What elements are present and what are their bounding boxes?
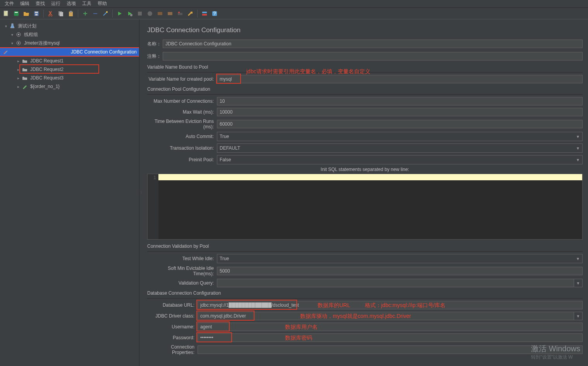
tree-jdbc-req3[interactable]: ▸ JDBC Request3 xyxy=(0,74,139,82)
tree-label: JDBC Request2 xyxy=(30,67,64,72)
tree-test-plan[interactable]: ▾ 测试计划 xyxy=(0,22,139,30)
expander-icon[interactable]: ▾ xyxy=(10,41,14,45)
template-icon[interactable] xyxy=(12,10,20,17)
clear-icon[interactable] xyxy=(176,10,184,17)
config-icon xyxy=(2,49,9,55)
password-input[interactable] xyxy=(198,333,583,342)
preinit-label: Preinit Pool: xyxy=(147,157,217,162)
plus-icon[interactable] xyxy=(81,10,89,17)
section-db-conn: Database Connection Configuration xyxy=(147,290,583,296)
tree-jmeter-mysql[interactable]: ▾ Jmeter连接mysql xyxy=(0,39,139,47)
annotation-password: 数据库密码 xyxy=(285,335,312,342)
conn-props-input[interactable] xyxy=(198,345,583,354)
auto-commit-label: Auto Commit: xyxy=(147,134,217,139)
clear-all-icon[interactable] xyxy=(186,10,194,17)
svg-rect-11 xyxy=(70,11,72,12)
init-sql-editor[interactable]: 1 xyxy=(147,174,583,240)
tree-label: 测试计划 xyxy=(18,23,36,29)
remote-start-icon[interactable] xyxy=(156,10,164,17)
evict-input[interactable] xyxy=(217,120,583,128)
minus-icon[interactable] xyxy=(91,10,99,17)
menu-tools[interactable]: 工具 xyxy=(79,0,95,8)
svg-point-26 xyxy=(18,34,19,35)
shutdown-icon[interactable] xyxy=(146,10,154,17)
svg-point-28 xyxy=(18,42,19,44)
tree-jdbc-req2[interactable]: ▸ JDBC Request2 xyxy=(0,65,139,74)
expander-icon[interactable]: ▾ xyxy=(4,24,8,28)
editor-area[interactable] xyxy=(158,174,582,239)
expander-icon[interactable]: ▾ xyxy=(10,33,14,37)
annotation-db-url: 数据库的URL xyxy=(318,302,350,309)
auto-commit-select[interactable]: True▼ xyxy=(217,132,583,141)
expander-icon[interactable]: ▸ xyxy=(16,85,20,89)
menu-help[interactable]: 帮助 xyxy=(95,0,110,8)
gear-icon xyxy=(15,31,22,38)
soft-min-input[interactable] xyxy=(217,267,583,275)
tx-iso-select[interactable]: DEFAULT▼ xyxy=(217,143,583,153)
cut-icon[interactable] xyxy=(47,10,55,17)
var-pool-label: Variable Name for created pool: xyxy=(147,76,217,82)
svg-rect-5 xyxy=(35,14,38,16)
driver-dropdown[interactable]: ▼ xyxy=(574,312,583,320)
new-icon[interactable] xyxy=(2,10,10,17)
init-sql-label: Init SQL statements separated by new lin… xyxy=(147,167,583,172)
chevron-down-icon: ▼ xyxy=(576,146,580,150)
svg-rect-2 xyxy=(15,12,18,13)
open-icon[interactable] xyxy=(22,10,30,17)
svg-rect-22 xyxy=(202,14,207,16)
run-icon[interactable] xyxy=(116,10,124,17)
expander-icon[interactable]: ▸ xyxy=(16,76,20,80)
chevron-down-icon: ▼ xyxy=(576,281,580,285)
menu-run[interactable]: 运行 xyxy=(48,0,64,8)
flask-icon xyxy=(9,23,15,29)
section-conn-pool: Connection Pool Configuration xyxy=(147,86,583,92)
preinit-select[interactable]: False▼ xyxy=(217,155,583,164)
stop-icon[interactable] xyxy=(136,10,144,17)
var-pool-input[interactable] xyxy=(217,75,583,83)
tx-iso-label: Transaction Isolation: xyxy=(147,145,217,151)
editor-gutter: 1 xyxy=(148,174,158,239)
max-wait-input[interactable] xyxy=(217,108,583,116)
username-input[interactable] xyxy=(198,323,583,331)
remote-stop-icon[interactable] xyxy=(166,10,174,17)
watermark-title: 激活 Windows xyxy=(531,344,580,354)
content-panel: JDBC Connection Configuration 名称： 注释： Va… xyxy=(142,19,588,366)
tree-label: JDBC Request1 xyxy=(30,58,64,64)
chevron-down-icon: ▼ xyxy=(576,158,580,162)
name-input[interactable] xyxy=(163,40,583,48)
folder-icon xyxy=(22,66,28,73)
db-url-label: Database URL: xyxy=(147,302,198,308)
max-wait-label: Max Wait (ms): xyxy=(147,109,217,115)
copy-icon[interactable] xyxy=(57,10,65,17)
val-query-input[interactable] xyxy=(217,279,574,287)
svg-rect-9 xyxy=(60,12,63,16)
tree-order-var[interactable]: ▸ ${order_no_1} xyxy=(0,82,139,91)
comment-input[interactable] xyxy=(163,52,583,60)
svg-point-15 xyxy=(148,11,152,16)
menu-edit[interactable]: 编辑 xyxy=(17,0,33,8)
run-noTimers-icon[interactable] xyxy=(126,10,134,17)
test-idle-select[interactable]: True▼ xyxy=(217,254,583,263)
tree-jdbc-config[interactable]: JDBC Connection Configuration xyxy=(0,47,139,57)
conn-props-label: Connection Properties: xyxy=(147,344,198,355)
toolbar: ? xyxy=(0,8,588,19)
save-icon[interactable] xyxy=(33,10,40,17)
tree-label: JDBC Request3 xyxy=(30,75,64,81)
tree-jdbc-req1[interactable]: ▸ JDBC Request1 xyxy=(0,57,139,65)
wand-icon[interactable] xyxy=(101,10,109,17)
val-query-dropdown[interactable]: ▼ xyxy=(574,279,583,287)
expander-icon[interactable]: ▸ xyxy=(16,67,20,72)
svg-rect-1 xyxy=(14,11,19,16)
svg-rect-17 xyxy=(168,12,172,15)
svg-rect-16 xyxy=(158,12,162,15)
tree-thread-group[interactable]: ▾ 线程组 xyxy=(0,30,139,39)
paste-icon[interactable] xyxy=(67,10,75,17)
toggle-icon[interactable] xyxy=(201,10,208,17)
menu-search[interactable]: 查找 xyxy=(33,0,48,8)
expander-icon[interactable]: ▸ xyxy=(16,59,20,63)
menu-options[interactable]: 选项 xyxy=(64,0,79,8)
max-conn-input[interactable] xyxy=(217,97,583,105)
menu-file[interactable]: 文件 xyxy=(2,0,17,8)
svg-rect-20 xyxy=(191,12,193,14)
help-icon[interactable]: ? xyxy=(211,10,218,17)
